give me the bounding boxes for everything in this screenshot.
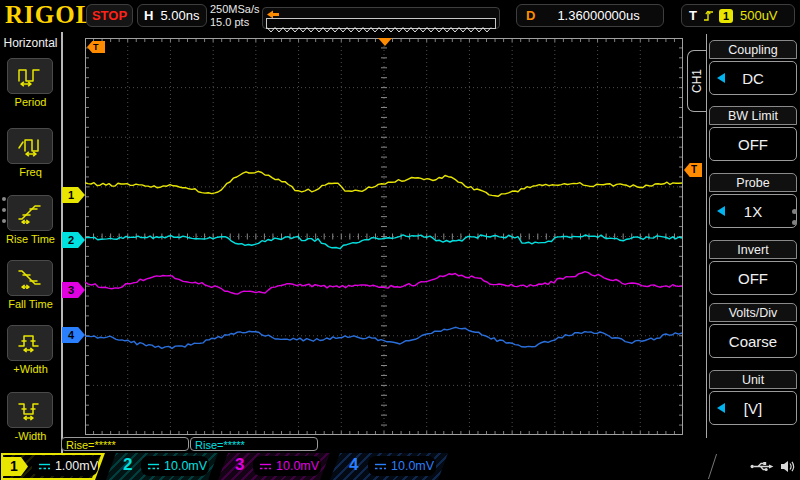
waveform-display-grid [85,38,683,435]
ch4-number: 4 [349,455,358,475]
ch3-ground-marker[interactable]: 3 [62,282,85,298]
memory-depth: 15.0 pts [210,16,260,29]
dc-coupling-icon [374,461,387,472]
menu-page-dot [792,220,797,225]
left-function-menu: Horizontal Period Freq Ri [0,32,63,453]
ch4-ground-marker[interactable]: 4 [62,327,85,343]
speaker-icon [780,460,796,473]
h-label: H [144,8,153,23]
run-stop-status[interactable]: STOP [86,4,133,27]
freq-icon [17,135,43,157]
ch4-scale-value: 10.0mV [391,459,434,473]
dc-coupling-icon [147,461,160,472]
rise-time-button[interactable] [7,195,53,231]
top-status-bar: RIGOL STOP H 5.00ns 250MSa/s 15.0 pts D … [0,0,800,32]
timebase-value: 5.00ns [160,8,199,23]
bw-limit-value: OFF [738,136,768,153]
trigger-position-marker[interactable] [378,38,392,46]
volts-div-menu-item[interactable]: Volts/Div Coarse [709,303,797,358]
ch4-status-block[interactable]: 4 10.0mV [330,453,448,480]
dc-coupling-icon [38,461,51,472]
ch2-status-block[interactable]: 2 10.0mV [106,453,218,480]
ch1-ground-marker[interactable]: 1 [62,187,85,203]
unit-title: Unit [709,370,797,389]
unit-menu-item[interactable]: Unit [V] [709,370,797,425]
oscilloscope-screen: RIGOL STOP H 5.00ns 250MSa/s 15.0 pts D … [0,0,800,480]
menu-page-dot [2,197,6,201]
probe-menu-item[interactable]: Probe 1X [709,173,797,228]
bw-limit-menu-item[interactable]: BW Limit OFF [709,106,797,161]
waveform-preview-bar[interactable] [262,7,500,29]
bw-limit-title: BW Limit [709,106,797,125]
probe-value: 1X [744,203,762,220]
preview-viewport [266,18,496,29]
period-label: Period [0,96,61,108]
usb-icon [750,460,774,473]
d-label: D [526,8,535,23]
delay-value: 1.36000000us [557,8,639,23]
trigger-level-marker[interactable]: T [684,163,702,177]
channel-menu-tab: CH1 [687,50,706,112]
plus-width-label: +Width [0,363,61,375]
ch3-number: 3 [235,455,244,475]
horizontal-timebase-box[interactable]: H 5.00ns [137,4,207,27]
rigol-logo: RIGOL [5,1,93,29]
plus-width-button[interactable] [7,325,53,361]
fall-time-button[interactable] [7,260,53,296]
plus-width-icon [17,332,43,354]
volts-div-title: Volts/Div [709,303,797,322]
bottom-bar-divider [708,454,717,479]
ch1-status-block[interactable]: 1 1.00mV [1,453,105,480]
freq-label: Freq [0,166,61,178]
rise-time-label: Rise Time [0,233,61,245]
fall-time-icon [17,267,43,289]
measurement-rise-ch2[interactable]: Rise=***** [190,437,318,451]
menu-divider [706,34,707,438]
minus-width-button[interactable] [7,392,53,428]
select-arrow-icon [717,206,725,216]
menu-page-dot [792,209,797,214]
acquisition-info: 250MSa/s 15.0 pts [210,3,260,29]
measurement-rise-ch1[interactable]: Rise=***** [61,437,189,451]
ch3-status-block[interactable]: 3 10.0mV [218,453,330,480]
period-button[interactable] [7,58,53,94]
minus-width-icon [17,399,43,421]
select-arrow-icon [717,403,725,413]
volts-div-value: Coarse [729,333,777,350]
period-icon [17,65,43,87]
menu-page-dot [2,219,6,223]
rising-edge-trigger-icon [703,8,714,23]
invert-value: OFF [738,270,768,287]
delay-box[interactable]: D 1.36000000us [516,4,664,27]
coupling-menu-item[interactable]: Coupling DC [709,40,797,95]
unit-value: [V] [744,400,762,417]
left-menu-title: Horizontal [0,36,61,50]
preview-waveform [267,26,493,33]
sample-rate: 250MSa/s [210,3,260,16]
ch2-number: 2 [123,455,132,475]
ch3-scale-value: 10.0mV [276,459,319,473]
invert-menu-item[interactable]: Invert OFF [709,240,797,295]
minus-width-label: -Width [0,430,61,442]
ch2-ground-marker[interactable]: 2 [62,232,85,248]
rise-time-icon [17,202,43,224]
select-arrow-icon [717,73,725,83]
t-label: T [689,8,697,23]
channel-tab-label: CH1 [690,69,704,93]
dc-coupling-icon [259,461,272,472]
trigger-source-badge: 1 [719,9,733,23]
trigger-level-value: 500uV [740,8,778,23]
invert-title: Invert [709,240,797,259]
coupling-title: Coupling [709,40,797,59]
coupling-value: DC [742,70,764,87]
stop-label: STOP [92,8,127,23]
trigger-status-box[interactable]: T 1 500uV [681,4,795,27]
probe-title: Probe [709,173,797,192]
channel-status-bar: 1 1.00mV 2 10.0mV 3 [0,453,800,480]
freq-button[interactable] [7,128,53,164]
fall-time-label: Fall Time [0,298,61,310]
ch1-scale-value: 1.00mV [55,459,98,473]
ch2-scale-value: 10.0mV [164,459,207,473]
menu-page-dot [2,208,6,212]
